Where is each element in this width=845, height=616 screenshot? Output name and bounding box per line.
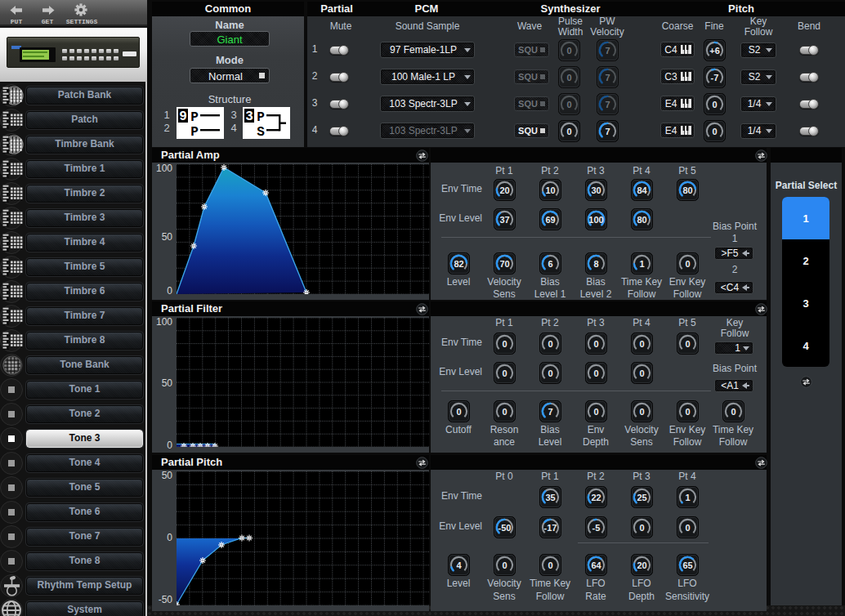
- svg-text:69: 69: [545, 214, 555, 224]
- svg-text:10: 10: [545, 185, 555, 194]
- svg-text:S: S: [257, 125, 265, 139]
- svg-text:22: 22: [591, 492, 601, 502]
- svg-text:82: 82: [454, 258, 463, 268]
- svg-text:0: 0: [502, 368, 507, 377]
- svg-text:0: 0: [502, 338, 507, 348]
- svg-text:65: 65: [682, 560, 692, 569]
- svg-text:8: 8: [593, 258, 598, 268]
- svg-text:7: 7: [605, 72, 610, 82]
- svg-text:-17: -17: [543, 522, 557, 532]
- svg-text:0: 0: [502, 560, 507, 569]
- svg-text:0: 0: [548, 560, 552, 569]
- svg-text:37: 37: [499, 214, 509, 224]
- svg-text:80: 80: [637, 214, 646, 224]
- svg-text:P: P: [190, 110, 199, 125]
- svg-text:1: 1: [639, 258, 644, 268]
- svg-text:0: 0: [593, 406, 598, 416]
- svg-text:-50: -50: [498, 522, 511, 532]
- svg-text:100: 100: [588, 214, 603, 224]
- svg-text:1: 1: [685, 492, 690, 502]
- svg-text:0: 0: [731, 406, 735, 416]
- svg-text:7: 7: [548, 406, 552, 416]
- svg-text:P: P: [257, 110, 265, 125]
- svg-text:70: 70: [499, 258, 509, 268]
- svg-text:0: 0: [639, 522, 644, 532]
- svg-text:0: 0: [566, 126, 571, 136]
- svg-text:0: 0: [548, 338, 552, 348]
- svg-text:7: 7: [605, 99, 610, 109]
- svg-text:0: 0: [712, 99, 717, 109]
- svg-text:64: 64: [591, 560, 601, 569]
- svg-text:6: 6: [548, 258, 552, 268]
- svg-text:0: 0: [566, 45, 571, 55]
- svg-text:7: 7: [605, 45, 610, 55]
- svg-text:0: 0: [456, 406, 461, 416]
- svg-text:9: 9: [179, 109, 187, 124]
- svg-text:0: 0: [593, 338, 598, 348]
- svg-text:20: 20: [499, 185, 509, 194]
- svg-text:0: 0: [566, 72, 571, 82]
- svg-text:4: 4: [456, 560, 462, 569]
- svg-text:0: 0: [593, 368, 598, 377]
- svg-text:0: 0: [566, 99, 571, 109]
- svg-text:3: 3: [245, 109, 253, 124]
- svg-text:80: 80: [682, 185, 692, 194]
- svg-text:-7: -7: [710, 72, 718, 82]
- svg-text:0: 0: [639, 368, 644, 377]
- svg-text:30: 30: [591, 185, 601, 194]
- svg-text:25: 25: [637, 492, 646, 502]
- svg-text:0: 0: [548, 368, 552, 377]
- svg-text:0: 0: [502, 406, 507, 416]
- svg-text:+6: +6: [709, 45, 720, 55]
- svg-text:35: 35: [545, 492, 555, 502]
- svg-text:P: P: [190, 125, 199, 139]
- svg-text:0: 0: [685, 522, 690, 532]
- svg-text:0: 0: [639, 406, 644, 416]
- svg-text:0: 0: [712, 126, 717, 136]
- svg-text:-5: -5: [592, 522, 600, 532]
- svg-text:20: 20: [637, 560, 646, 569]
- svg-text:0: 0: [685, 338, 690, 348]
- svg-text:7: 7: [605, 126, 610, 136]
- svg-text:0: 0: [639, 338, 644, 348]
- svg-text:84: 84: [637, 185, 647, 194]
- svg-text:0: 0: [685, 406, 690, 416]
